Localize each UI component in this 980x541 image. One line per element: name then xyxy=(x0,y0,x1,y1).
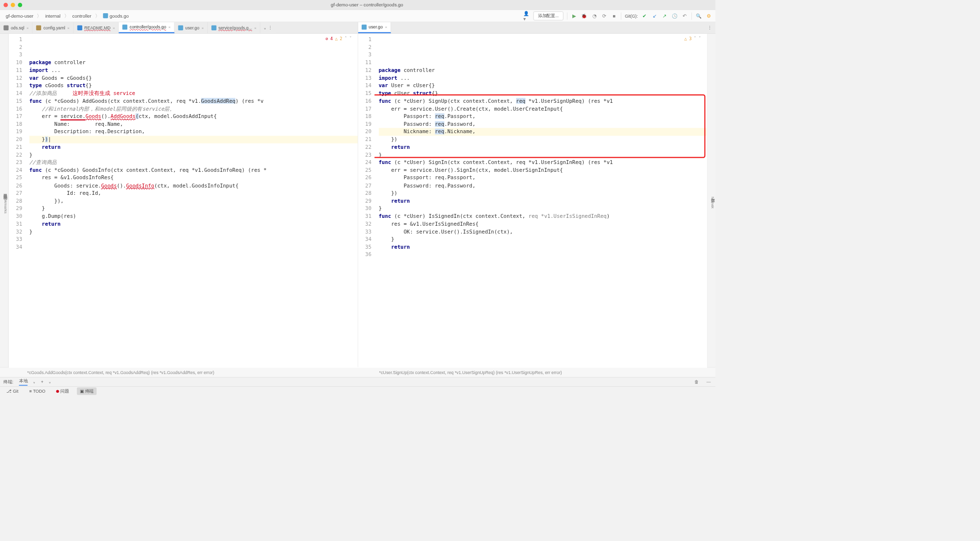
run-icon[interactable]: ▶ xyxy=(571,13,577,19)
crumb-folder[interactable]: internal xyxy=(43,13,63,20)
code-line[interactable]: Goods: service.Goods().GoodsInfo(ctx, mo… xyxy=(29,182,358,189)
editor-tab[interactable]: controller/goods.go× xyxy=(119,22,175,33)
code-line[interactable]: Name: req.Name, xyxy=(29,120,358,128)
code-line[interactable]: import ... xyxy=(29,67,358,74)
inspections-right[interactable]: △3 ˆˇ xyxy=(685,35,701,43)
settings-icon[interactable]: ⚙ xyxy=(706,13,712,19)
debug-icon[interactable]: 🐞 xyxy=(581,13,588,19)
tool-todo[interactable]: ≡TODO xyxy=(26,388,49,394)
code-line[interactable]: Id: req.Id, xyxy=(29,189,358,197)
code-line[interactable]: Password: req.Password, xyxy=(379,120,707,128)
code-line[interactable]: var Goods = cGoods{} xyxy=(29,74,358,82)
tool-terminal[interactable]: ▣终端 xyxy=(77,387,97,395)
editor-tab[interactable]: user.go× xyxy=(174,22,208,33)
terminal-trash-icon[interactable]: 🗑 xyxy=(693,378,700,385)
coverage-icon[interactable]: ◔ xyxy=(591,13,597,19)
editor-tab[interactable]: README.MD× xyxy=(74,22,119,33)
code-line[interactable]: func (c *cGoods) AddGoods(ctx context.Co… xyxy=(29,97,358,105)
code-line[interactable]: err = service.Goods().AddGoods(ctx, mode… xyxy=(29,113,358,120)
traffic-max[interactable] xyxy=(18,2,23,7)
code-line[interactable]: return xyxy=(29,143,358,151)
crumb-project[interactable]: gf-demo-user xyxy=(3,13,35,20)
crumb-right[interactable]: *cUser.SignUp(ctx context.Context, req *… xyxy=(358,370,710,375)
editor-tab[interactable]: config.yaml× xyxy=(33,22,74,33)
code-line[interactable]: func (c *cUser) SignIn(ctx context.Conte… xyxy=(379,159,707,166)
git-commit-icon[interactable]: ✔ xyxy=(641,13,648,19)
tabs-more[interactable]: ⋮ xyxy=(704,22,715,33)
close-icon[interactable]: × xyxy=(201,25,204,30)
code-line[interactable]: } xyxy=(379,151,707,159)
close-icon[interactable]: × xyxy=(67,25,70,30)
code-line[interactable]: g.Dump(res) xyxy=(29,212,358,220)
code-line[interactable]: OK: service.User().IsSignedIn(ctx), xyxy=(379,228,707,235)
code-line[interactable]: return xyxy=(379,197,707,205)
stop-icon[interactable]: ■ xyxy=(611,13,617,19)
code-line[interactable]: res = &v1.UserIsSignedInRes{ xyxy=(379,220,707,228)
tabs-more[interactable]: ᵥ ⋮ xyxy=(261,22,276,33)
code-line[interactable]: return xyxy=(379,143,707,151)
crumb-folder[interactable]: controller xyxy=(70,13,94,20)
code-line[interactable]: type cGoods struct{} xyxy=(29,82,358,90)
code-line[interactable]: //添加商品 这时并没有生成 service xyxy=(29,90,358,97)
code-line[interactable]: res = &v1.GoodsInfoRes{ xyxy=(29,174,358,182)
editor-tab[interactable]: user.go× xyxy=(358,22,391,33)
tool-git[interactable]: ⎇Git xyxy=(3,388,21,394)
terminal-chevron-icon[interactable]: — xyxy=(706,378,712,385)
code-line[interactable]: }) xyxy=(379,189,707,197)
traffic-min[interactable] xyxy=(11,2,15,7)
code-line[interactable]: func (c *cUser) SignUp(ctx context.Conte… xyxy=(379,97,707,105)
code-line[interactable]: //和internal内部，和model层同级的有service层。 xyxy=(29,105,358,113)
code-left[interactable]: ⊘4 △2 ˆˇ package controllerimport ...var… xyxy=(25,34,358,367)
editor-tab[interactable]: ods.sql× xyxy=(0,22,33,33)
code-line[interactable]: } xyxy=(29,228,358,235)
close-icon[interactable]: × xyxy=(113,25,115,30)
code-right[interactable]: △3 ˆˇ package controllerimport ...var Us… xyxy=(374,34,707,367)
code-line[interactable]: return xyxy=(29,220,358,228)
code-line[interactable]: }), xyxy=(29,197,358,205)
left-tool-strip[interactable]: 项目 拉取请求 结构 Bookmarks xyxy=(0,34,9,367)
git-push-icon[interactable]: ↗ xyxy=(662,13,668,19)
code-line[interactable]: err = service.User().SignIn(ctx, model.U… xyxy=(379,166,707,174)
code-line[interactable]: } xyxy=(379,235,707,243)
terminal-add[interactable]: + xyxy=(41,379,43,384)
code-line[interactable]: func (c *cGoods) GoodsInfo(ctx context.C… xyxy=(29,166,358,174)
close-icon[interactable]: × xyxy=(385,25,387,29)
code-line[interactable]: import ... xyxy=(379,74,707,82)
code-line[interactable]: Passport: req.Passport, xyxy=(379,174,707,182)
code-line[interactable]: })| xyxy=(29,136,358,143)
code-line[interactable]: func (c *cUser) IsSignedIn(ctx context.C… xyxy=(379,212,707,220)
git-pull-icon[interactable]: ↙ xyxy=(651,13,658,19)
traffic-close[interactable] xyxy=(3,2,8,7)
code-line[interactable]: type cUser struct{} xyxy=(379,90,707,97)
add-config-button[interactable]: 添加配置... xyxy=(533,11,563,20)
code-line[interactable]: Description: req.Description, xyxy=(29,128,358,136)
close-icon[interactable]: × xyxy=(254,25,257,30)
code-line[interactable]: package controller xyxy=(379,67,707,74)
profile-icon[interactable]: ⟳ xyxy=(601,13,607,19)
code-line[interactable]: Passport: req.Passport, xyxy=(379,113,707,120)
code-line[interactable]: var User = cUser{} xyxy=(379,82,707,90)
user-icon[interactable]: 👤▾ xyxy=(523,13,530,19)
code-line[interactable]: Nickname: req.Nickname, xyxy=(379,128,707,136)
right-tool-strip[interactable]: 数据库 M mak xyxy=(707,34,715,367)
code-line[interactable]: } xyxy=(379,205,707,212)
search-icon[interactable]: 🔍 xyxy=(695,13,702,19)
close-icon[interactable]: × xyxy=(168,25,171,29)
inspections-left[interactable]: ⊘4 △2 ˆˇ xyxy=(325,35,352,43)
tool-problems[interactable]: 问题 xyxy=(53,387,72,395)
terminal-tab-local[interactable]: 本地 xyxy=(19,378,28,385)
crumb-left[interactable]: *cGoods.AddGoods(ctx context.Context, re… xyxy=(6,370,358,375)
code-line[interactable]: return xyxy=(379,243,707,251)
code-line[interactable]: Password: req.Password, xyxy=(379,182,707,189)
close-icon[interactable]: × xyxy=(26,25,29,30)
code-line[interactable]: package controller xyxy=(29,59,358,67)
code-line[interactable]: err = service.User().Create(ctx, model.U… xyxy=(379,105,707,113)
git-history-icon[interactable]: 🕓 xyxy=(671,13,678,19)
editor-tab[interactable]: service/goods.g...× xyxy=(208,22,261,33)
code-line[interactable]: //查询商品 xyxy=(29,159,358,166)
git-revert-icon[interactable]: ↶ xyxy=(682,13,688,19)
code-line[interactable]: }) xyxy=(379,136,707,143)
code-line[interactable]: } xyxy=(29,205,358,212)
crumb-file[interactable]: goods.go xyxy=(101,13,131,20)
code-line[interactable]: } xyxy=(29,151,358,159)
